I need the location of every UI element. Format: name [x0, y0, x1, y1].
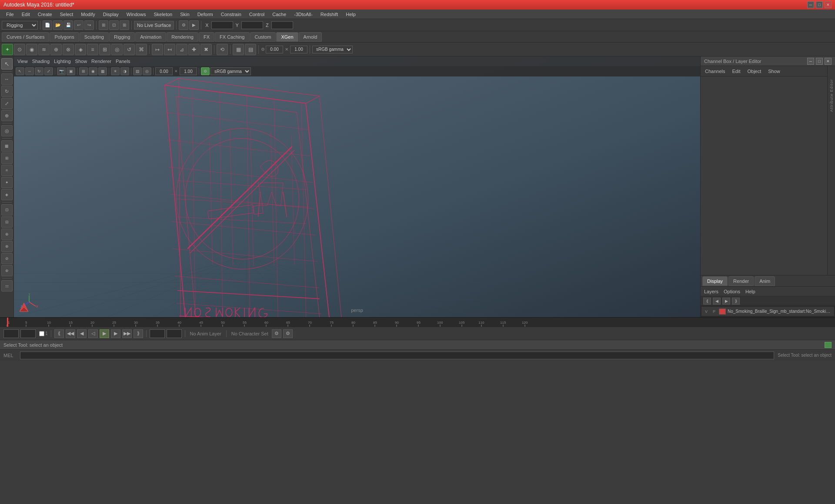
frame-range-checkbox[interactable]	[39, 331, 44, 336]
menu-item-deform[interactable]: Deform	[194, 11, 217, 18]
anim-tab[interactable]: Anim	[755, 276, 775, 286]
vp-shadow-btn[interactable]: ◑	[120, 67, 129, 75]
vp-persp-btn[interactable]: ▣	[67, 67, 75, 75]
frame-scale-input[interactable]	[290, 46, 307, 53]
xgen-icon-19[interactable]: ▦	[233, 44, 244, 55]
vp-cam-btn[interactable]: 📷	[57, 67, 66, 75]
vp-rotate-btn[interactable]: ↻	[35, 67, 43, 75]
select-by-hierarchy-btn[interactable]: ⊞	[99, 20, 108, 30]
save-scene-btn[interactable]: 💾	[63, 20, 73, 30]
xgen-icon-11[interactable]: ↺	[124, 44, 135, 55]
tool-2-btn[interactable]: ⊞	[1, 153, 13, 164]
universal-manipulator-btn[interactable]: ⊕	[1, 110, 13, 121]
menu-item-help[interactable]: Help	[342, 11, 359, 18]
panel-close-btn[interactable]: ✕	[825, 58, 832, 65]
close-button[interactable]: ✕	[825, 1, 832, 8]
menu-item-select[interactable]: Select	[57, 11, 77, 18]
vp-light-btn[interactable]: ☀	[111, 67, 120, 75]
vp-isolate-btn[interactable]: ◎	[143, 67, 151, 75]
menu-item-file[interactable]: File	[3, 11, 17, 18]
coord-x-input[interactable]	[211, 21, 233, 29]
layer-nav-last-btn[interactable]: ⟫	[732, 298, 740, 305]
layer-nav-prev-btn[interactable]: ◀	[713, 298, 721, 305]
tab-fx-caching[interactable]: FX Caching	[215, 32, 249, 42]
menu-item-control[interactable]: Control	[246, 11, 268, 18]
frame-start-input[interactable]: 1	[20, 329, 36, 338]
prev-key-btn[interactable]: ◀◀	[66, 329, 75, 338]
layer-visible-toggle[interactable]: V	[703, 309, 709, 314]
vp-gamma-select[interactable]: sRGB gamma	[210, 67, 251, 75]
xgen-icon-16[interactable]: ✚	[188, 44, 200, 55]
vp-resolution-btn[interactable]: ▤	[133, 67, 142, 75]
tab-polygons[interactable]: Polygons	[50, 32, 79, 42]
xgen-icon-3[interactable]: ◉	[26, 44, 37, 55]
vp-move-btn[interactable]: ↔	[25, 67, 34, 75]
end-frame-input[interactable]: 1	[150, 329, 165, 338]
maximize-button[interactable]: □	[816, 1, 823, 8]
tab-sculpting[interactable]: Sculpting	[80, 32, 109, 42]
tab-rendering[interactable]: Rendering	[167, 32, 198, 42]
render-settings-btn[interactable]: ⚙	[179, 20, 188, 30]
range-end-input[interactable]: 200	[167, 329, 182, 338]
new-scene-btn[interactable]: 📄	[43, 20, 52, 30]
display-tab[interactable]: Display	[702, 276, 728, 286]
menu-item-redshift[interactable]: Redshift	[317, 11, 341, 18]
vp-color-btn[interactable]: ⚙	[201, 67, 210, 75]
gamma-selector[interactable]: sRGB gamma Linear	[312, 46, 353, 53]
open-scene-btn[interactable]: 📂	[53, 20, 63, 30]
no-live-surface-button[interactable]: No Live Surface	[134, 21, 174, 30]
xgen-icon-20[interactable]: ▤	[245, 44, 256, 55]
move-tool-btn[interactable]: ↔	[1, 73, 13, 85]
tool-8-btn[interactable]: ⊕	[1, 229, 13, 240]
anim-prefs-btn[interactable]: ⚙	[272, 329, 281, 338]
viewport[interactable]: View Shading Lighting Show Renderer Pane…	[14, 56, 700, 317]
coord-z-input[interactable]	[271, 21, 293, 29]
tool-5-btn[interactable]: ◈	[1, 189, 13, 200]
layer-nav-next-btn[interactable]: ▶	[722, 298, 730, 305]
show-tab[interactable]: Show	[766, 68, 782, 75]
tab-curves---surfaces[interactable]: Curves / Surfaces	[2, 32, 49, 42]
menu-item-edit[interactable]: Edit	[18, 11, 33, 18]
status-indicator[interactable]	[825, 342, 832, 348]
menu-item-skeleton[interactable]: Skeleton	[150, 11, 176, 18]
step-back-btn[interactable]: ◀	[77, 329, 87, 338]
mel-command-input[interactable]	[20, 351, 774, 359]
vp-far-clip-input[interactable]	[180, 67, 197, 75]
play-back-btn[interactable]: ◁	[88, 329, 98, 338]
soft-selection-btn[interactable]: ◎	[1, 125, 13, 136]
layers-menu[interactable]: Layers	[704, 289, 718, 294]
object-tab[interactable]: Object	[745, 68, 763, 75]
edit-tab[interactable]: Edit	[730, 68, 742, 75]
tool-4-btn[interactable]: ✦	[1, 177, 13, 188]
vp-smooth-btn[interactable]: ◉	[89, 67, 97, 75]
undo-btn[interactable]: ↩	[74, 20, 84, 30]
menu-item-create[interactable]: Create	[34, 11, 56, 18]
tab-rigging[interactable]: Rigging	[109, 32, 135, 42]
xgen-icon-10[interactable]: ◎	[111, 44, 123, 55]
tab-xgen[interactable]: XGen	[276, 32, 298, 42]
module-selector[interactable]: Rigging Animation Modeling	[2, 21, 38, 30]
panel-minimize-btn[interactable]: ─	[807, 58, 814, 65]
tab-animation[interactable]: Animation	[135, 32, 166, 42]
frame-current-input[interactable]: 1	[3, 329, 19, 338]
xgen-icon-4[interactable]: ≋	[38, 44, 50, 55]
renderer-menu[interactable]: Renderer	[91, 59, 111, 64]
options-menu[interactable]: Options	[724, 289, 740, 294]
layer-color-swatch[interactable]	[719, 308, 726, 315]
tool-7-btn[interactable]: ⊟	[1, 216, 13, 228]
play-fwd-btn[interactable]: ▶	[100, 329, 109, 338]
menu-item-skin[interactable]: Skin	[177, 11, 193, 18]
xgen-icon-8[interactable]: ≡	[87, 44, 98, 55]
tool-3-btn[interactable]: ≡	[1, 165, 13, 176]
menu-item-cache[interactable]: Cache	[269, 11, 290, 18]
menu-item-dtoall[interactable]: -3DtoAll-	[291, 11, 316, 18]
render-btn[interactable]: ▶	[189, 20, 199, 30]
xgen-icon-15[interactable]: ⊿	[176, 44, 187, 55]
tool-6-btn[interactable]: ⊡	[1, 204, 13, 216]
vp-select-btn[interactable]: ↖	[16, 67, 24, 75]
vp-wireframe-btn[interactable]: ⊞	[79, 67, 88, 75]
tab-arnold[interactable]: Arnold	[299, 32, 322, 42]
select-tool-btn[interactable]: ↖	[1, 58, 13, 70]
channels-tab[interactable]: Channels	[703, 68, 727, 75]
shading-menu[interactable]: Shading	[32, 59, 50, 64]
